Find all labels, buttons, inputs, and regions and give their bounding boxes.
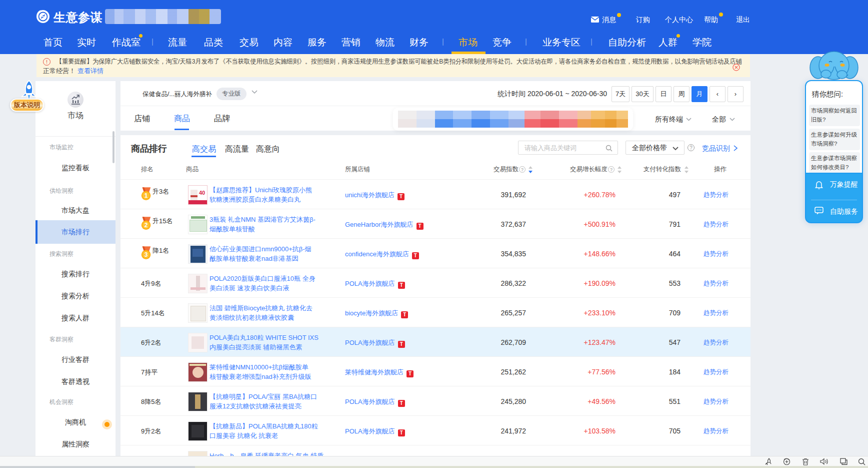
- svg-text:2: 2: [144, 222, 148, 229]
- svg-text:3: 3: [144, 251, 148, 258]
- svg-text:1: 1: [144, 192, 148, 199]
